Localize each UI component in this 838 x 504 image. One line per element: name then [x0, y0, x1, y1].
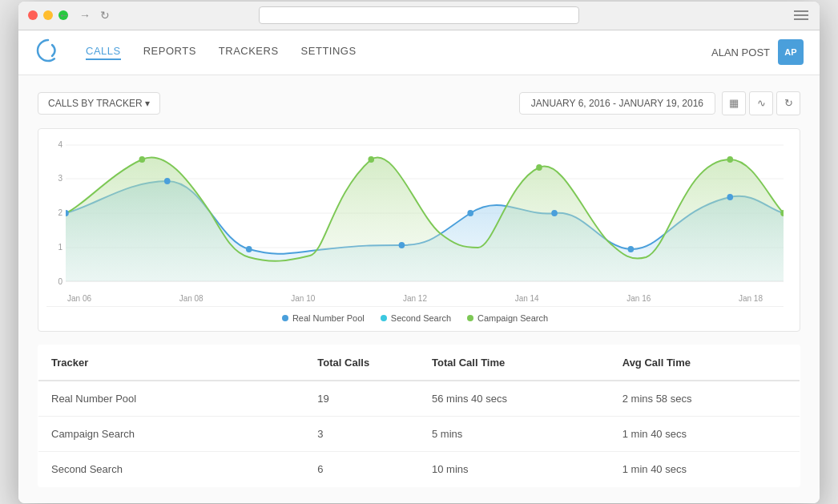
legend-dot-green [467, 315, 473, 321]
th-avg-call-time: Avg Call Time [610, 345, 800, 381]
forward-button[interactable]: → [79, 9, 91, 22]
bar-chart-button[interactable]: ▦ [722, 91, 746, 115]
cell-avg-time-1: 1 min 40 secs [610, 416, 800, 451]
table-row: Second Search 6 10 mins 1 min 40 secs [38, 451, 800, 486]
nav-reports[interactable]: REPORTS [143, 45, 196, 60]
nav-calls[interactable]: CALLS [86, 45, 121, 60]
chart-svg [66, 137, 784, 289]
address-bar[interactable] [259, 6, 579, 24]
ham-line-2 [794, 14, 808, 16]
table-row: Campaign Search 3 5 mins 1 min 40 secs [38, 416, 800, 451]
green-point-3 [536, 164, 542, 171]
titlebar: ← → ↻ [18, 2, 820, 30]
user-name: ALAN POST [711, 46, 770, 58]
chart-area: 4 3 2 1 0 [46, 137, 784, 289]
browser-nav: ← → ↻ [58, 9, 110, 22]
x-label-2: Jan 08 [179, 294, 203, 303]
cell-tracker-1: Campaign Search [38, 416, 305, 451]
cell-total-calls-0: 19 [304, 381, 419, 417]
cell-total-time-1: 5 mins [419, 416, 610, 451]
bar-chart-icon: ▦ [729, 97, 739, 109]
green-point-1 [139, 156, 146, 163]
nav-trackers[interactable]: TRACKERS [219, 45, 279, 60]
refresh-button[interactable]: ↻ [100, 9, 110, 22]
app-logo[interactable] [34, 37, 62, 67]
blue-point-7 [628, 246, 635, 252]
calls-by-tracker-dropdown[interactable]: CALLS BY TRACKER ▾ [38, 92, 160, 115]
y-label-4: 4 [46, 140, 62, 149]
date-range-area: JANUARY 6, 2016 - JANUARY 19, 2016 ▦ ∿ ↻ [519, 91, 800, 115]
x-label-6: Jan 16 [626, 294, 651, 303]
blue-point-4 [399, 242, 405, 248]
legend-real-number-pool: Real Number Pool [282, 313, 365, 323]
main-content: CALLS BY TRACKER ▾ JANUARY 6, 2016 - JAN… [18, 75, 820, 503]
blue-point-2 [164, 178, 171, 184]
chart-legend: Real Number Pool Second Search Campaign … [46, 306, 784, 331]
green-point-2 [368, 156, 374, 163]
legend-dot-cyan [381, 315, 387, 321]
cell-total-calls-2: 6 [304, 451, 419, 486]
cell-total-calls-1: 3 [304, 416, 419, 451]
cell-avg-time-2: 1 min 40 secs [610, 451, 800, 486]
nav-items: CALLS REPORTS TRACKERS SETTINGS [86, 45, 711, 60]
minimize-button[interactable] [43, 10, 53, 20]
x-label-5: Jan 14 [515, 294, 539, 303]
data-table: Tracker Total Calls Total Call Time Avg … [38, 345, 800, 487]
blue-point-5 [467, 210, 473, 216]
user-avatar[interactable]: AP [778, 39, 804, 65]
x-label-3: Jan 10 [291, 294, 315, 303]
th-tracker: Tracker [38, 345, 305, 381]
cell-avg-time-0: 2 mins 58 secs [610, 381, 800, 417]
green-point-4 [727, 156, 733, 163]
table-row: Real Number Pool 19 56 mins 40 secs 2 mi… [38, 381, 800, 417]
green-area [66, 157, 784, 281]
cell-tracker-0: Real Number Pool [38, 381, 305, 417]
chart-container: 4 3 2 1 0 [38, 128, 800, 332]
line-chart-button[interactable]: ∿ [749, 91, 773, 115]
ham-line-3 [794, 18, 808, 20]
y-label-1: 1 [46, 243, 62, 252]
blue-point-6 [551, 210, 558, 216]
legend-campaign-search: Campaign Search [467, 313, 548, 323]
legend-dot-blue [282, 315, 288, 321]
cell-total-time-0: 56 mins 40 secs [419, 381, 610, 417]
close-button[interactable] [28, 10, 38, 20]
y-label-2: 2 [46, 208, 62, 217]
cell-total-time-2: 10 mins [419, 451, 610, 486]
x-axis: Jan 06 Jan 08 Jan 10 Jan 12 Jan 14 Jan 1… [46, 291, 784, 303]
nav-settings[interactable]: SETTINGS [301, 45, 357, 60]
ham-line-1 [794, 10, 808, 12]
back-button[interactable]: ← [58, 9, 70, 22]
hamburger-menu[interactable] [794, 10, 808, 20]
date-range-button[interactable]: JANUARY 6, 2016 - JANUARY 19, 2016 [519, 92, 715, 115]
legend-second-search: Second Search [381, 313, 451, 323]
blue-point-3 [246, 246, 252, 252]
cell-tracker-2: Second Search [38, 451, 305, 486]
line-chart-icon: ∿ [757, 97, 766, 109]
refresh-chart-button[interactable]: ↻ [776, 91, 800, 115]
y-label-3: 3 [46, 174, 62, 183]
refresh-icon: ↻ [784, 97, 793, 109]
y-label-0: 0 [46, 277, 62, 286]
th-total-calls: Total Calls [304, 345, 419, 381]
app-nav: CALLS REPORTS TRACKERS SETTINGS ALAN POS… [18, 30, 820, 75]
chart-type-buttons: ▦ ∿ ↻ [722, 91, 800, 115]
x-label-7: Jan 18 [739, 294, 763, 303]
blue-point-8 [727, 194, 733, 200]
x-label-4: Jan 12 [403, 294, 427, 303]
app-window: ← → ↻ CALLS REPORTS TRACKERS SETTINGS AL… [18, 2, 820, 503]
table-header-row: Tracker Total Calls Total Call Time Avg … [38, 345, 800, 381]
x-label-1: Jan 06 [67, 294, 91, 303]
user-area: ALAN POST AP [711, 39, 804, 65]
th-total-call-time: Total Call Time [419, 345, 610, 381]
chart-toolbar: CALLS BY TRACKER ▾ JANUARY 6, 2016 - JAN… [38, 91, 800, 115]
